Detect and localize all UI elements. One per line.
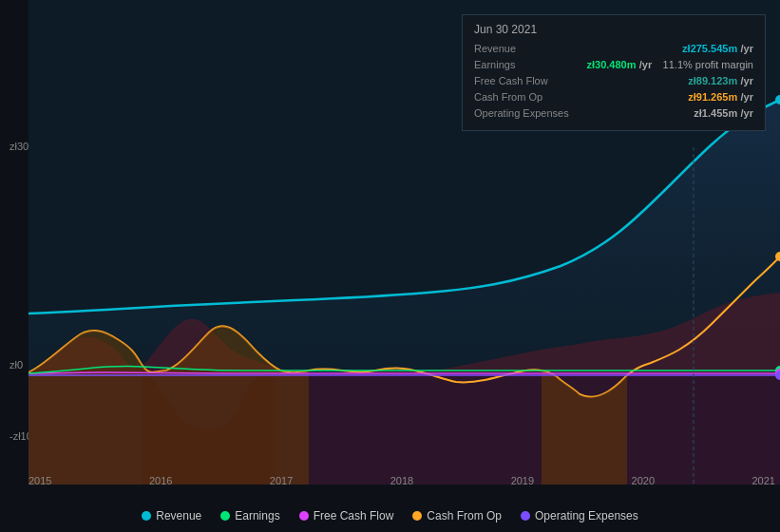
y-label-0: zł0 bbox=[10, 359, 23, 370]
tooltip-cashfromop-unit: /yr bbox=[741, 91, 753, 103]
tooltip-revenue-value: zł275.545m bbox=[682, 43, 737, 54]
x-axis-labels: 2015 2016 2017 2018 2019 2020 2021 bbox=[29, 475, 775, 486]
tooltip-opex-row: Operating Expenses zł1.455m /yr bbox=[474, 106, 753, 120]
legend-item-opex[interactable]: Operating Expenses bbox=[521, 509, 638, 522]
x-label-2021: 2021 bbox=[751, 475, 774, 486]
legend-dot-opex bbox=[521, 511, 530, 521]
tooltip-earnings-label: Earnings bbox=[474, 59, 515, 70]
tooltip-opex-unit: /yr bbox=[741, 107, 753, 119]
legend-item-earnings[interactable]: Earnings bbox=[220, 509, 279, 522]
tooltip-cashfromop-label: Cash From Op bbox=[474, 91, 542, 103]
x-label-2020: 2020 bbox=[632, 475, 655, 486]
tooltip-box: Jun 30 2021 Revenue zł275.545m /yr Earni… bbox=[462, 14, 766, 131]
tooltip-opex-label: Operating Expenses bbox=[474, 107, 569, 119]
x-label-2017: 2017 bbox=[270, 475, 293, 486]
tooltip-fcf-label: Free Cash Flow bbox=[474, 75, 548, 86]
tooltip-opex-value: zł1.455m bbox=[694, 107, 737, 119]
x-label-2018: 2018 bbox=[390, 475, 413, 486]
tooltip-revenue-unit: /yr bbox=[741, 43, 753, 54]
legend-item-cashfromop[interactable]: Cash From Op bbox=[412, 509, 502, 522]
legend-dot-fcf bbox=[299, 511, 309, 521]
tooltip-earnings-row: Earnings zł30.480m /yr 11.1% profit marg… bbox=[474, 58, 753, 71]
legend-label-opex: Operating Expenses bbox=[535, 509, 638, 522]
tooltip-fcf-row: Free Cash Flow zł89.123m /yr bbox=[474, 74, 753, 87]
legend-dot-cashfromop bbox=[412, 511, 422, 521]
legend-label-earnings: Earnings bbox=[235, 509, 279, 522]
legend-dot-earnings bbox=[220, 511, 230, 521]
tooltip-cashfromop-row: Cash From Op zł91.265m /yr bbox=[474, 90, 753, 104]
tooltip-earnings-value: zł30.480m bbox=[586, 59, 636, 70]
legend-label-cashfromop: Cash From Op bbox=[427, 509, 502, 522]
x-label-2019: 2019 bbox=[511, 475, 534, 486]
tooltip-cashfromop-value: zł91.265m bbox=[688, 91, 737, 103]
x-label-2016: 2016 bbox=[149, 475, 172, 486]
tooltip-profit-margin: 11.1% profit margin bbox=[663, 59, 753, 70]
legend-item-fcf[interactable]: Free Cash Flow bbox=[299, 509, 394, 522]
legend-item-revenue[interactable]: Revenue bbox=[142, 509, 201, 522]
legend-label-revenue: Revenue bbox=[156, 509, 201, 522]
chart-container: zł300m zł0 -zł100m bbox=[0, 0, 780, 532]
legend-dot-revenue bbox=[142, 511, 151, 521]
tooltip-revenue-row: Revenue zł275.545m /yr bbox=[474, 42, 753, 55]
tooltip-revenue-label: Revenue bbox=[474, 43, 516, 54]
legend-label-fcf: Free Cash Flow bbox=[314, 509, 394, 522]
tooltip-fcf-value: zł89.123m bbox=[688, 75, 737, 86]
x-label-2015: 2015 bbox=[29, 475, 51, 486]
tooltip-earnings-unit: /yr bbox=[639, 59, 652, 70]
chart-legend: Revenue Earnings Free Cash Flow Cash Fro… bbox=[0, 509, 780, 522]
tooltip-date: Jun 30 2021 bbox=[474, 23, 753, 36]
tooltip-fcf-unit: /yr bbox=[741, 75, 753, 86]
